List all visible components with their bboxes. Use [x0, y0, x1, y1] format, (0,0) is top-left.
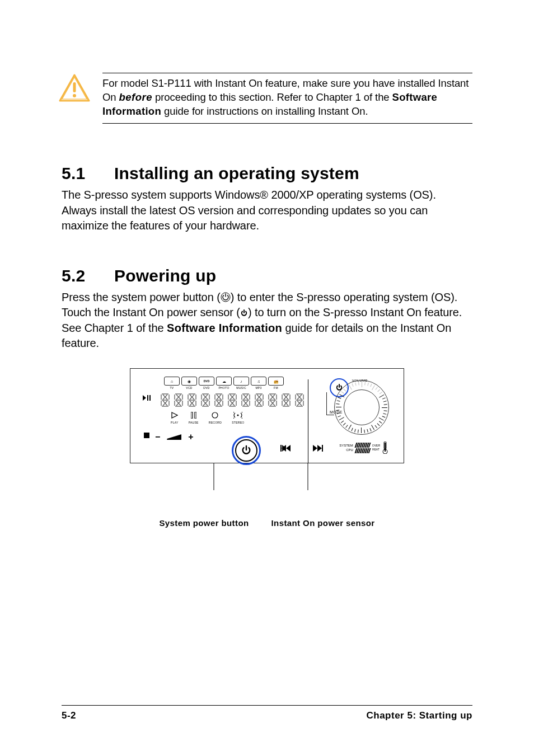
caution-note: For model S1-P111 with Instant On featur… — [59, 73, 472, 124]
heat-indicator: SYSTEM CPU OVER HEAT — [339, 442, 388, 454]
play-pause-icon — [143, 393, 151, 403]
svg-rect-10 — [280, 445, 282, 452]
svg-rect-5 — [144, 433, 149, 438]
volume-minus: − — [155, 432, 160, 442]
system-power-button — [232, 436, 261, 465]
page-number: 5-2 — [62, 710, 76, 721]
svg-rect-3 — [147, 395, 148, 401]
section-5-1-body: The S-presso system supports Windows® 20… — [62, 187, 472, 234]
play-icon — [171, 411, 178, 421]
instant-on-icon — [240, 306, 248, 318]
prev-track-icon — [280, 444, 291, 454]
stop-icon — [144, 430, 149, 440]
volume-plus: + — [188, 432, 193, 442]
warning-icon — [59, 74, 90, 104]
page-footer: 5-2 Chapter 5: Starting up — [62, 705, 472, 721]
pause-icon — [191, 411, 196, 421]
section-5-2-heading: 5.2 Powering up — [62, 266, 472, 285]
svg-point-8 — [212, 412, 218, 418]
caption-instant-on: Instant On power sensor — [271, 518, 375, 528]
stereo-icon — [233, 411, 242, 421]
seven-segment-display: /*placeholder*/ — [160, 393, 322, 407]
svg-rect-7 — [195, 412, 196, 419]
svg-point-1 — [73, 94, 76, 97]
chapter-label: Chapter 5: Starting up — [366, 710, 472, 721]
front-panel-diagram: ⌂ ◉ DVD ☁ ♪ ♫ 📻 TVVCDDVDPHOTOMUSICMP3FM — [130, 368, 404, 528]
volume-ramp-icon — [167, 434, 181, 440]
volume-label: VOLUME — [352, 379, 368, 382]
svg-point-9 — [237, 415, 239, 416]
caution-text: For model S1-P111 with Instant On featur… — [102, 77, 472, 119]
volume-dial — [334, 380, 389, 435]
section-5-2-body: Press the system power button () to ente… — [62, 290, 472, 351]
record-icon — [212, 411, 218, 421]
power-icon — [221, 291, 231, 303]
next-track-icon — [313, 444, 323, 454]
section-5-1-heading: 5.1 Installing an operating system — [62, 164, 472, 183]
caption-system-power: System power button — [159, 518, 249, 528]
svg-rect-4 — [149, 395, 151, 401]
svg-rect-6 — [191, 412, 193, 419]
svg-rect-0 — [73, 82, 76, 92]
mode-tabs: ⌂ ◉ DVD ☁ ♪ ♫ 📻 — [164, 377, 322, 386]
svg-rect-11 — [322, 445, 323, 452]
